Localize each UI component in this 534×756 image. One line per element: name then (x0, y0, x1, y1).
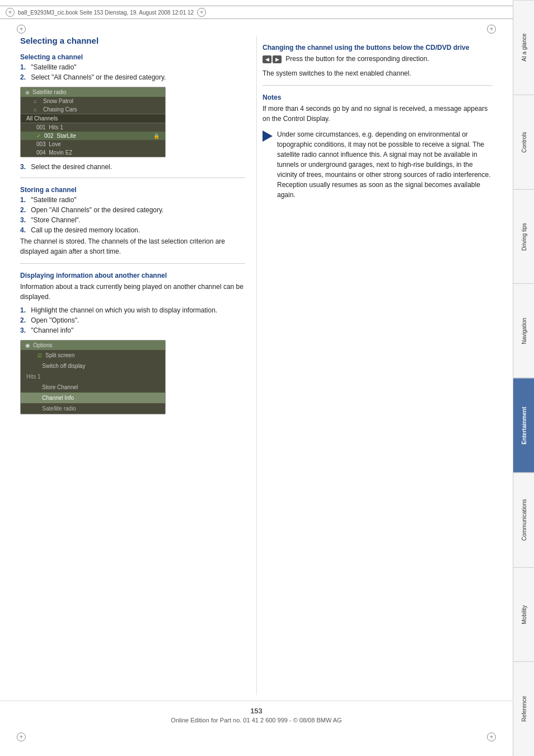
bottom-corner-marks (0, 729, 513, 745)
music-icon-1: ♫ (33, 99, 40, 104)
notes-title: Notes (263, 94, 493, 101)
split-check-icon: ☑ (38, 353, 42, 358)
options-screen: ◉ Options ☑ Split screen Switch off disp… (20, 340, 166, 414)
store-step-2: 2. Open "All Channels" or the desired ca… (20, 206, 245, 214)
store-step-4: 4. Call up the desired memory location. (20, 226, 245, 234)
corner-br (487, 732, 496, 741)
tab-controls[interactable]: Controls (513, 95, 534, 189)
music-icon-2: ♫ (33, 107, 40, 113)
displaying-info-title: Displaying information about another cha… (20, 272, 245, 279)
corner-tr (487, 25, 496, 34)
right-arrow-btn: ▶ (273, 55, 282, 63)
changing-channel-text1: ◀ ▶ Press the button for the correspondi… (263, 54, 493, 64)
corner-mark-tl (6, 8, 15, 17)
options-switch-off: Switch off display (21, 361, 165, 371)
changing-channel-title: Changing the channel using the buttons b… (263, 44, 493, 52)
options-store-channel: Store Channel (21, 382, 165, 393)
check-icon: ✓ (36, 133, 41, 139)
storing-channel-title: Storing a channel (20, 186, 245, 194)
display-step-2: 2. Open "Options". (20, 316, 245, 324)
direction-icons: ◀ ▶ (263, 55, 282, 63)
file-info: ba8_E9293M3_cic.book Seite 153 Dienstag,… (18, 10, 194, 16)
display-step-3: 3. "Channel info" (20, 326, 245, 334)
left-arrow-btn: ◀ (263, 55, 271, 63)
step-1: 1. "Satellite radio" (20, 63, 245, 71)
corner-tl (17, 25, 26, 34)
corner-bl (17, 732, 26, 741)
screen-row-001: 001 Hits 1 (21, 123, 165, 132)
satellite-icon: ◉ (25, 90, 30, 95)
options-title-text: Options (33, 342, 52, 348)
displaying-info-intro: Information about a track currently bein… (20, 282, 245, 302)
step-1-text: "Satellite radio" (29, 63, 77, 71)
screen-row-004: 004 Movin EZ (21, 148, 165, 157)
tab-driving-tips[interactable]: Driving tips (513, 189, 534, 284)
screen-row-003: 003 Love (21, 140, 165, 148)
notes-box: Under some circumstances, e.g. depending… (263, 129, 493, 200)
options-split-screen: ☑ Split screen (21, 350, 165, 361)
store-step-3: 3. "Store Channel". (20, 216, 245, 224)
tab-at-a-glance[interactable]: At a glance (513, 0, 534, 95)
triangle-icon (263, 130, 273, 142)
storing-note: The channel is stored. The channels of t… (20, 236, 245, 256)
screen-row-snow-patrol: ♫ Snow Patrol (21, 97, 165, 105)
screen-title-bar: ◉ Satellite radio (21, 87, 165, 97)
screen-row-002: ✓ 002 StarLite 🔒 (21, 132, 165, 140)
changing-channel-text2: The system switches to the next enabled … (263, 68, 493, 78)
left-column: Selecting a channel Selecting a channel … (20, 36, 256, 695)
tab-navigation[interactable]: Navigation (513, 283, 534, 378)
satellite-screen: ◉ Satellite radio ♫ Snow Patrol ♫ Chasin… (20, 87, 166, 157)
display-step-1: 1. Highlight the channel on which you wi… (20, 306, 245, 314)
screen-title-text: Satellite radio (32, 89, 67, 95)
screen-row-chasing-cars: ♫ Chasing Cars (21, 105, 165, 114)
top-corner-marks (0, 25, 513, 34)
step-2: 2. Select "All Channels" or the desired … (20, 73, 245, 81)
selecting-channel-title: Selecting a channel (20, 53, 245, 61)
store-step-1: 1. "Satellite radio" (20, 196, 245, 204)
notes-text2: Under some circumstances, e.g. depending… (277, 129, 493, 200)
header-bar: ba8_E9293M3_cic.book Seite 153 Dienstag,… (0, 6, 513, 19)
corner-mark-tr (197, 8, 206, 17)
tab-reference[interactable]: Reference (513, 661, 534, 756)
right-column: Changing the channel using the buttons b… (256, 36, 493, 695)
step-3-text: Select the desired channel. (29, 163, 112, 171)
tab-mobility[interactable]: Mobility (513, 567, 534, 662)
options-satellite-radio: Satellite radio (21, 403, 165, 414)
sidebar-tabs: At a glance Controls Driving tips Naviga… (513, 0, 534, 756)
options-title-bar: ◉ Options (21, 340, 165, 350)
footer: 153 Online Edition for Part no. 01 41 2 … (0, 701, 513, 729)
notes-text1: If more than 4 seconds go by and no sign… (263, 104, 493, 124)
tab-entertainment[interactable]: Entertainment (513, 378, 534, 473)
options-channel-info: Channel Info (21, 393, 165, 403)
page-title: Selecting a channel (20, 36, 245, 45)
step-3: 3. Select the desired channel. (20, 163, 245, 171)
step-2-text: Select "All Channels" or the desired cat… (29, 73, 166, 81)
lock-icon: 🔒 (153, 133, 160, 139)
screen-row-all-channels: All Channels (21, 114, 165, 123)
options-sat-icon: ◉ (25, 342, 30, 348)
edition-text: Online Edition for Part no. 01 41 2 600 … (20, 717, 493, 724)
tab-communications[interactable]: Communications (513, 473, 534, 567)
page-number: 153 (20, 707, 493, 715)
options-hits: Hits 1 (21, 371, 165, 382)
